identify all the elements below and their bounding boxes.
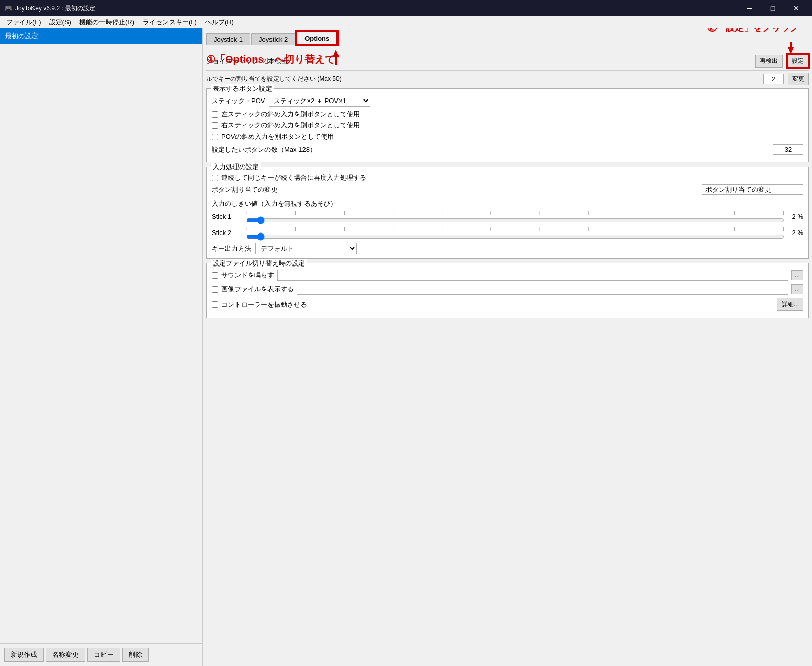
settings-button[interactable]: 設定 (787, 54, 809, 68)
menu-pause[interactable]: 機能の一時停止(R) (75, 17, 139, 28)
stick1-value: 2 % (788, 213, 803, 220)
button-assign-label: ボタン割り当ての変更 (212, 185, 278, 194)
image-browse-button[interactable]: ... (791, 284, 803, 294)
menu-settings[interactable]: 設定(S) (45, 17, 75, 28)
window-controls: ─ □ ✕ (738, 0, 808, 16)
checkbox-pov-label: POVの斜め入力を別ボタンとして使用 (221, 132, 334, 141)
group-title-file-settings: 設定ファイル切り替え時の設定 (211, 259, 307, 268)
right-panel: Joystick 1 Joystick 2 Options ①「Options」… (203, 28, 812, 666)
stick1-label: Stick 1 (212, 213, 242, 220)
delete-button[interactable]: 削除 (122, 648, 149, 662)
checkbox-pov-input[interactable] (212, 134, 218, 140)
info-text: ルでキーの割り当てを設定してください (Max 50) (206, 75, 342, 83)
left-panel: 最初の設定 新規作成 名称変更 コピー 削除 (0, 28, 203, 666)
stick2-slider[interactable] (246, 232, 784, 241)
title-bar: 🎮 JoyToKey v6.9.2 : 最初の設定 ─ □ ✕ (0, 0, 812, 16)
tab-options[interactable]: Options (296, 31, 337, 45)
maximize-button[interactable]: □ (761, 0, 785, 16)
stick2-slider-container: | | | | | | | | | | | | (246, 226, 784, 239)
stick-pov-row: スティック・POV スティック×2 ＋ POV×1 (212, 95, 803, 107)
sound-row: サウンドを鳴らす ... (212, 270, 803, 281)
checkbox-pov: POVの斜め入力を別ボタンとして使用 (212, 132, 803, 141)
minimize-button[interactable]: ─ (738, 0, 761, 16)
menu-file[interactable]: ファイル(F) (2, 17, 45, 28)
group-title-button-settings: 表示するボタン設定 (211, 84, 274, 93)
checkbox-left-stick-label: 左スティックの斜め入力を別ボタンとして使用 (221, 110, 360, 119)
checkbox-continuous-label: 連続して同じキーが続く場合に再度入力処理する (221, 173, 366, 182)
group-content-input: 連続して同じキーが続く場合に再度入力処理する ボタン割り当ての変更 入力のしきい… (212, 173, 803, 254)
menu-help[interactable]: ヘルプ(H) (201, 17, 238, 28)
image-row: 画像ファイルを表示する ... (212, 284, 803, 295)
rename-button[interactable]: 名称変更 (46, 648, 85, 662)
button-settings-group: 表示するボタン設定 スティック・POV スティック×2 ＋ POV×1 左スティ… (206, 88, 809, 162)
detail-button[interactable]: 詳細... (777, 298, 803, 311)
sound-file-input[interactable] (277, 270, 788, 281)
group-content-file: サウンドを鳴らす ... 画像ファイルを表示する ... コントローラーを振動さ… (212, 270, 803, 311)
tab-joystick2[interactable]: Joystick 2 (251, 33, 295, 45)
button-assign-input[interactable] (702, 184, 803, 195)
stick1-slider-container: | | | | | | | | | | | | (246, 210, 784, 222)
stick-pov-label: スティック・POV (212, 96, 265, 106)
sound-label: サウンドを鳴らす (221, 271, 274, 280)
stick2-row: Stick 2 | | | | | | | | | | (212, 226, 803, 239)
image-checkbox[interactable] (212, 286, 218, 293)
checkbox-continuous-input[interactable] (212, 175, 218, 181)
new-button[interactable]: 新規作成 (4, 648, 44, 662)
vibration-row: コントローラーを振動させる 詳細... (212, 298, 803, 311)
close-button[interactable]: ✕ (785, 0, 808, 16)
checkbox-left-stick: 左スティックの斜め入力を別ボタンとして使用 (212, 110, 803, 119)
group-content-button: スティック・POV スティック×2 ＋ POV×1 左スティックの斜め入力を別ボ… (212, 95, 803, 155)
vibration-checkbox[interactable] (212, 301, 218, 308)
redetect-button[interactable]: 再検出 (755, 55, 783, 68)
checkbox-right-stick: 右スティックの斜め入力を別ボタンとして使用 (212, 121, 803, 130)
main-layout: 最初の設定 新規作成 名称変更 コピー 削除 Joystick 1 Joysti… (0, 28, 812, 666)
stick2-label: Stick 2 (212, 229, 242, 237)
button-assign-row: ボタン割り当ての変更 (212, 184, 803, 195)
button-count-row: 設定したいボタンの数（Max 128） (212, 144, 803, 155)
button-count-label: 設定したいボタンの数（Max 128） (212, 145, 316, 154)
sound-checkbox[interactable] (212, 272, 218, 279)
stick1-slider[interactable] (246, 216, 784, 224)
left-buttons: 新規作成 名称変更 コピー 削除 (0, 643, 202, 666)
number-input[interactable] (763, 74, 784, 84)
profile-list: 最初の設定 (0, 28, 202, 643)
stick-pov-select[interactable]: スティック×2 ＋ POV×1 (269, 95, 370, 107)
file-settings-group: 設定ファイル切り替え時の設定 サウンドを鳴らす ... 画像ファイルを表示する … (206, 263, 809, 318)
key-output-row: キー出力方法 デフォルト (212, 243, 803, 254)
image-label: 画像ファイルを表示する (221, 285, 294, 294)
change-button[interactable]: 変更 (788, 73, 809, 85)
checkbox-left-stick-input[interactable] (212, 111, 218, 118)
annotation2: ②「設定」をクリック (707, 28, 799, 34)
app-icon: 🎮 (4, 4, 12, 12)
copy-button[interactable]: コピー (87, 648, 120, 662)
info-row2: ルでキーの割り当てを設定してください (Max 50) 変更 (206, 73, 809, 85)
key-output-select[interactable]: デフォルト (255, 243, 357, 254)
image-file-input[interactable] (297, 284, 788, 295)
menu-license[interactable]: ライセンスキー(L) (139, 17, 201, 28)
checkbox-right-stick-label: 右スティックの斜め入力を別ボタンとして使用 (221, 121, 360, 130)
sound-browse-button[interactable]: ... (791, 270, 803, 280)
stick2-value: 2 % (788, 229, 803, 237)
menu-bar: ファイル(F) 設定(S) 機能の一時停止(R) ライセンスキー(L) ヘルプ(… (0, 16, 812, 28)
group-title-input-settings: 入力処理の設定 (211, 162, 261, 172)
vibration-label: コントローラーを振動させる (221, 300, 307, 309)
checkbox-continuous: 連続して同じキーが続く場合に再度入力処理する (212, 173, 803, 182)
stick1-row: Stick 1 | | | | | | | | | (212, 210, 803, 222)
threshold-label: 入力のしきい値（入力を無視するあそび） (212, 199, 803, 208)
checkbox-right-stick-input[interactable] (212, 122, 218, 129)
tab-joystick1[interactable]: Joystick 1 (206, 33, 250, 45)
button-count-input[interactable] (773, 144, 803, 155)
key-output-label: キー出力方法 (212, 244, 251, 253)
arrow-to-settings (787, 42, 795, 56)
window-title: JoyToKey v6.9.2 : 最初の設定 (15, 4, 738, 13)
list-item[interactable]: 最初の設定 (0, 28, 202, 44)
annotation1: ①「Options」へ切り替えて (206, 53, 335, 66)
svg-marker-3 (788, 47, 794, 54)
input-settings-group: 入力処理の設定 連続して同じキーが続く場合に再度入力処理する ボタン割り当ての変… (206, 166, 809, 259)
